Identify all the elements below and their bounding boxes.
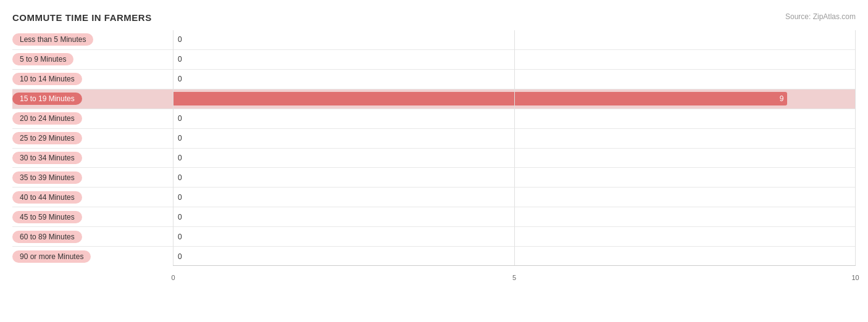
chart-area: Less than 5 Minutes05 to 9 Minutes010 to… xyxy=(12,30,856,284)
grid-line: 5 xyxy=(514,30,515,266)
bar-label-wrap: Less than 5 Minutes xyxy=(12,33,173,46)
grid-line: 10 xyxy=(855,30,856,266)
chart-container: COMMUTE TIME IN FARMERS Source: ZipAtlas… xyxy=(0,0,868,322)
bar-label: 10 to 14 Minutes xyxy=(12,73,82,85)
chart-title: COMMUTE TIME IN FARMERS xyxy=(12,12,856,23)
bar-label-wrap: 35 to 39 Minutes xyxy=(12,171,173,184)
bar-label: Less than 5 Minutes xyxy=(12,33,93,46)
grid-label: 10 xyxy=(851,274,859,281)
bar-label: 60 to 89 Minutes xyxy=(12,231,82,243)
bar-label: 40 to 44 Minutes xyxy=(12,191,82,204)
bar-label: 20 to 24 Minutes xyxy=(12,112,82,125)
bar-label-wrap: 40 to 44 Minutes xyxy=(12,191,173,204)
bar-label: 25 to 29 Minutes xyxy=(12,132,82,144)
bar-label-wrap: 20 to 24 Minutes xyxy=(12,112,173,125)
axis-line xyxy=(173,265,856,266)
grid-lines: 0510 xyxy=(173,30,856,266)
bar-label-wrap: 90 or more Minutes xyxy=(12,250,173,263)
bar-label-wrap: 30 to 34 Minutes xyxy=(12,152,173,164)
bar-label: 30 to 34 Minutes xyxy=(12,152,82,164)
grid-line: 0 xyxy=(173,30,173,266)
bar-label-wrap: 25 to 29 Minutes xyxy=(12,132,173,144)
bar-label: 5 to 9 Minutes xyxy=(12,53,73,65)
bar-label-wrap: 5 to 9 Minutes xyxy=(12,53,173,65)
bar-label-wrap: 10 to 14 Minutes xyxy=(12,73,173,85)
bar-label: 90 or more Minutes xyxy=(12,250,91,263)
source-text: Source: ZipAtlas.com xyxy=(785,12,856,21)
bar-label: 45 to 59 Minutes xyxy=(12,211,82,223)
bar-label: 15 to 19 Minutes xyxy=(12,93,82,105)
bar-label-wrap: 45 to 59 Minutes xyxy=(12,211,173,223)
bar-label-wrap: 15 to 19 Minutes xyxy=(12,93,173,105)
bar-label: 35 to 39 Minutes xyxy=(12,171,82,184)
grid-label: 5 xyxy=(512,274,516,281)
grid-label: 0 xyxy=(171,274,175,281)
bar-label-wrap: 60 to 89 Minutes xyxy=(12,231,173,243)
